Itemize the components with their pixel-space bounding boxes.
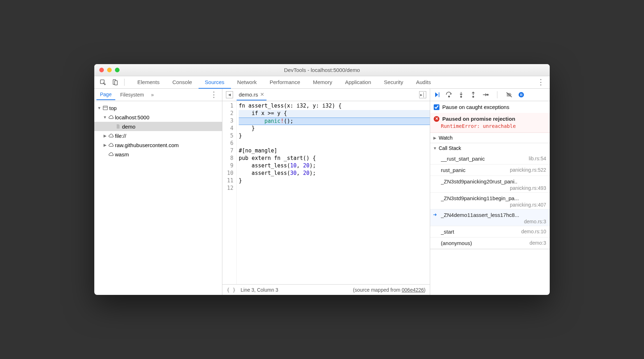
window-icon	[101, 105, 109, 111]
stack-frame[interactable]: panicking.rs:522rust_panic	[430, 165, 550, 176]
pause-exceptions-icon[interactable]	[517, 91, 525, 99]
step-over-icon[interactable]	[445, 91, 453, 99]
file-tree: ▼top▼localhost:5000demo▶file://▶raw.gith…	[94, 101, 222, 295]
deactivate-breakpoints-icon[interactable]	[505, 91, 513, 99]
svg-point-5	[448, 96, 449, 97]
tree-item[interactable]: ▼top	[94, 103, 222, 113]
svg-point-8	[487, 94, 488, 95]
file-tab-label: demo.rs	[239, 92, 258, 98]
svg-rect-10	[521, 94, 521, 96]
pretty-print-icon[interactable]: { }	[227, 287, 236, 293]
svg-point-7	[473, 96, 474, 97]
devtools-window: DevTools - localhost:5000/demo ElementsC…	[94, 64, 550, 295]
navigator-sidebar: Page Filesystem » ⋮ ▼top▼localhost:5000d…	[94, 89, 222, 295]
tab-security[interactable]: Security	[378, 76, 410, 89]
toolbar-menu-icon[interactable]: ⋮	[535, 78, 547, 87]
sidebar-tab-page[interactable]: Page	[96, 89, 115, 100]
cloud-icon	[107, 114, 115, 120]
source-map-info: (source mapped from 006e4226)	[353, 287, 426, 293]
window-title: DevTools - localhost:5000/demo	[94, 67, 550, 73]
tab-audits[interactable]: Audits	[410, 76, 437, 89]
error-icon: ✕	[434, 116, 439, 122]
close-tab-icon[interactable]: ✕	[260, 92, 264, 97]
paused-message: RuntimeError: unreachable	[441, 123, 546, 129]
stack-frame[interactable]: demo.rs:10_start	[430, 226, 550, 238]
cursor-position: Line 3, Column 3	[241, 287, 278, 293]
debugger-toolbar	[430, 89, 550, 101]
pause-on-caught-row[interactable]: Pause on caught exceptions	[430, 101, 550, 113]
svg-point-9	[519, 92, 524, 98]
tab-application[interactable]: Application	[339, 76, 378, 89]
main-tabs: ElementsConsoleSourcesNetworkPerformance…	[131, 76, 437, 89]
editor-status: { } Line 3, Column 3 (source mapped from…	[222, 284, 430, 295]
minimize-icon[interactable]	[107, 68, 112, 72]
tab-elements[interactable]: Elements	[131, 76, 166, 89]
main-toolbar: ElementsConsoleSourcesNetworkPerformance…	[94, 76, 550, 89]
svg-rect-11	[522, 94, 522, 96]
callstack-list: lib.rs:54__rust_start_panicpanicking.rs:…	[430, 153, 550, 249]
inspect-icon[interactable]	[99, 79, 106, 86]
step-into-icon[interactable]	[457, 91, 465, 99]
stack-frame[interactable]: _ZN4demo11assert_less17hc8...demo.rs:3	[430, 209, 550, 226]
pause-on-caught-checkbox[interactable]	[434, 104, 439, 110]
stack-frame[interactable]: _ZN3std9panicking20rust_pani..panicking.…	[430, 176, 550, 193]
close-icon[interactable]	[99, 68, 104, 72]
window-controls	[99, 68, 120, 72]
navigate-forward-icon[interactable]: ▸│	[419, 91, 426, 98]
stack-frame[interactable]: lib.rs:54__rust_start_panic	[430, 153, 550, 165]
svg-rect-4	[439, 92, 439, 97]
cloud-icon	[107, 142, 115, 148]
tab-console[interactable]: Console	[166, 76, 199, 89]
tab-memory[interactable]: Memory	[307, 76, 339, 89]
file-icon	[114, 124, 122, 129]
code-area[interactable]: 123456789101112 fn assert_less(x: i32, y…	[222, 101, 430, 284]
step-out-icon[interactable]	[469, 91, 477, 99]
pause-on-caught-label: Pause on caught exceptions	[442, 104, 509, 110]
paused-title: Paused on promise rejection	[442, 116, 515, 122]
sidebar-menu-icon[interactable]: ⋮	[208, 90, 220, 99]
tree-item[interactable]: demo	[94, 122, 222, 131]
debugger-panel: Pause on caught exceptions ✕ Paused on p…	[430, 89, 550, 295]
step-icon[interactable]	[481, 91, 489, 99]
file-tab[interactable]: demo.rs ✕	[237, 89, 266, 100]
source-map-link[interactable]: 006e4226	[402, 287, 424, 293]
tab-network[interactable]: Network	[231, 76, 263, 89]
stack-frame[interactable]: _ZN3std9panicking11begin_pa...panicking.…	[430, 193, 550, 209]
cloud-icon	[107, 151, 115, 157]
svg-point-6	[460, 96, 461, 97]
tree-item[interactable]: ▶raw.githubusercontent.com	[94, 140, 222, 150]
resume-icon[interactable]	[433, 91, 441, 99]
watch-section-header[interactable]: ▶Watch	[430, 133, 550, 143]
svg-rect-2	[115, 81, 117, 85]
source-editor: ◄ demo.rs ✕ ▸│ 123456789101112 fn assert…	[222, 89, 430, 295]
tree-item[interactable]: ▼localhost:5000	[94, 113, 222, 122]
callstack-section-header[interactable]: ▼Call Stack	[430, 143, 550, 153]
navigate-back-icon[interactable]: ◄	[226, 91, 233, 98]
stack-frame[interactable]: demo:3(anonymous)	[430, 238, 550, 249]
line-gutter[interactable]: 123456789101112	[222, 101, 237, 284]
tab-performance[interactable]: Performance	[263, 76, 307, 89]
tree-item[interactable]: ▶file://	[94, 131, 222, 140]
svg-rect-3	[103, 106, 107, 110]
tree-item[interactable]: wasm	[94, 150, 222, 159]
device-toolbar-icon[interactable]	[111, 79, 118, 86]
paused-notice: ✕ Paused on promise rejection RuntimeErr…	[430, 113, 550, 133]
code-lines[interactable]: fn assert_less(x: i32, y: i32) { if x >=…	[237, 101, 430, 284]
cloud-icon	[107, 133, 115, 139]
sidebar-tab-filesystem[interactable]: Filesystem	[117, 90, 148, 100]
sidebar-overflow-icon[interactable]: »	[149, 92, 156, 98]
maximize-icon[interactable]	[115, 68, 120, 72]
titlebar: DevTools - localhost:5000/demo	[94, 64, 550, 76]
tab-sources[interactable]: Sources	[199, 76, 231, 89]
